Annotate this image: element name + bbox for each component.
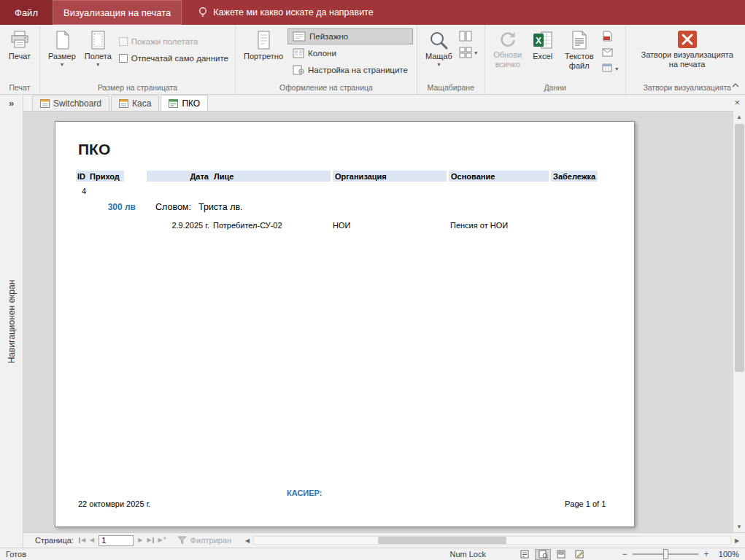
print-preview-canvas[interactable]: ПКО ID Приход Дата Лице Организация [23, 111, 733, 532]
paper-size-button[interactable]: Размер ▼ [44, 28, 80, 69]
scroll-right-arrow[interactable]: ▶ [731, 537, 743, 544]
report-view-button[interactable] [517, 549, 533, 560]
report-page[interactable]: ПКО ID Приход Дата Лице Организация [55, 121, 635, 527]
zoom-level-label[interactable]: 100% [714, 550, 739, 559]
horizontal-scrollbar-track[interactable] [253, 536, 731, 545]
close-object-button[interactable]: × [734, 97, 740, 108]
tab-file[interactable]: Файл [0, 0, 53, 25]
left-arrow-icon: ◀ [90, 537, 94, 543]
last-page-button[interactable]: ▶ [144, 537, 155, 543]
layout-view-button[interactable] [553, 549, 569, 560]
portrait-page-icon [252, 30, 274, 50]
filter-indicator[interactable]: Филтриран [177, 536, 232, 545]
expand-navigation-pane-button[interactable]: » [0, 98, 23, 109]
record-amount-value: 300 лв [85, 202, 136, 212]
export-pdf-button[interactable] [600, 28, 622, 44]
page-setup-button[interactable]: Настройка на страниците [287, 62, 413, 78]
document-row: ПКО ID Приход Дата Лице Организация [23, 111, 745, 532]
tab-print-preview[interactable]: Визуализация на печата [53, 0, 182, 25]
tab-kasa[interactable]: Каса [111, 96, 159, 111]
navigation-pane-title: Навигационен екран [7, 279, 17, 363]
right-arrow-icon: ▶ [138, 537, 142, 543]
show-margins-label: Покажи полетата [131, 37, 198, 46]
svg-text:X: X [536, 36, 541, 46]
show-margins-checkbox[interactable]: Покажи полетата [116, 34, 231, 50]
landscape-page-icon [293, 31, 306, 42]
zoom-slider[interactable] [633, 553, 698, 555]
column-header-note: Забележка [551, 171, 598, 182]
tell-me-box[interactable]: Кажете ми какво искате да направите [186, 0, 385, 25]
first-page-button[interactable]: ◀ [77, 537, 88, 543]
new-page-button[interactable]: ▶* [156, 537, 169, 544]
print-preview-view-icon [539, 550, 548, 559]
status-bar: Готов Num Lock − + 100% [0, 548, 745, 560]
design-view-button[interactable] [571, 549, 587, 560]
refresh-all-button[interactable]: Обнови всичко [489, 28, 527, 71]
view-shortcuts [517, 549, 587, 560]
access-print-preview-window: Файл Визуализация на печата Кажете ми ка… [0, 0, 745, 560]
export-excel-button[interactable]: X Excel [527, 28, 559, 63]
more-pages-button[interactable]: ▼ [457, 44, 481, 60]
portrait-label: Портретно [244, 52, 283, 61]
navigation-pane-collapsed[interactable]: » Навигационен екран [0, 95, 23, 548]
zoom-button[interactable]: Мащаб ▼ [421, 28, 457, 69]
horizontal-scrollbar-thumb[interactable] [378, 537, 506, 544]
checkbox-icon [119, 37, 128, 46]
print-button-label: Печат [9, 52, 31, 61]
next-page-button[interactable]: ▶ [136, 537, 144, 543]
ribbon-group-page-layout: Портретно Пейзажно Колони Настройка на с… [236, 25, 417, 94]
current-page-input[interactable] [99, 535, 134, 546]
caret-down-icon: ▼ [59, 62, 64, 67]
more-export-button[interactable]: ▼ [600, 61, 622, 76]
bar-icon [79, 537, 80, 543]
column-header-date: Дата [147, 171, 212, 182]
document-zone: Switchboard Каса ПКО × ПКО ID [23, 95, 745, 548]
landscape-label: Пейзажно [309, 32, 348, 41]
amount-in-words-label: Словом: [155, 202, 191, 212]
vertical-scrollbar-thumb[interactable] [735, 124, 744, 372]
col-header-date: Дата [190, 172, 209, 181]
scroll-down-arrow[interactable]: ▼ [733, 521, 745, 532]
group-label-page-size: Размер на страницата [40, 83, 235, 94]
email-button[interactable] [600, 44, 622, 60]
record-reason-value: Пенсия от НОИ [450, 221, 508, 230]
collapse-ribbon-button[interactable] [732, 80, 739, 90]
print-preview-view-button[interactable] [535, 549, 551, 560]
column-header-id-prihod: ID Приход [76, 171, 124, 182]
horizontal-scrollbar[interactable]: ◀ ▶ [242, 534, 743, 546]
caret-down-icon: ▼ [614, 66, 619, 71]
record-date-value: 2.9.2025 г. [163, 221, 209, 230]
zoom-out-button[interactable]: − [621, 549, 628, 559]
tab-kasa-label: Каса [132, 98, 151, 109]
previous-page-button[interactable]: ◀ [88, 537, 96, 543]
close-print-preview-button[interactable]: Затвори визуализацията на печата [633, 28, 742, 71]
col-header-note: Забележка [553, 172, 595, 181]
more-pages-icon [459, 47, 472, 58]
col-header-id: ID [77, 172, 85, 181]
tell-me-label: Кажете ми какво искате да направите [213, 7, 373, 18]
filter-indicator-label: Филтриран [190, 536, 232, 545]
scroll-left-arrow[interactable]: ◀ [242, 537, 253, 544]
paper-size-icon [51, 30, 73, 50]
excel-icon: X [532, 30, 554, 50]
ribbon-group-page-size: Размер ▼ Полета ▼ Покажи полетата Отпеча [40, 25, 236, 94]
zoom-slider-thumb[interactable] [663, 549, 668, 559]
print-data-only-checkbox[interactable]: Отпечатай само данните [116, 50, 231, 66]
scroll-up-arrow[interactable]: ▲ [733, 111, 745, 122]
tab-switchboard[interactable]: Switchboard [32, 96, 109, 111]
vertical-scrollbar[interactable]: ▲ ▼ [733, 111, 745, 532]
tab-pko[interactable]: ПКО [161, 95, 208, 111]
group-label-zoom: Мащабиране [417, 83, 485, 94]
export-text-file-button[interactable]: Текстов файл [559, 28, 600, 72]
layout-view-icon [557, 550, 565, 559]
portrait-button[interactable]: Портретно [239, 28, 287, 63]
one-page-button[interactable] [457, 28, 481, 44]
columns-button[interactable]: Колони [287, 45, 413, 61]
zoom-control: − + 100% [621, 549, 739, 559]
zoom-in-button[interactable]: + [703, 549, 710, 559]
print-button[interactable]: Печат [4, 28, 36, 63]
margins-button[interactable]: Полета ▼ [80, 28, 116, 69]
landscape-button[interactable]: Пейзажно [287, 28, 413, 44]
two-pages-icon [459, 30, 472, 43]
record-person-value: Потребител-СУ-02 [213, 221, 282, 230]
